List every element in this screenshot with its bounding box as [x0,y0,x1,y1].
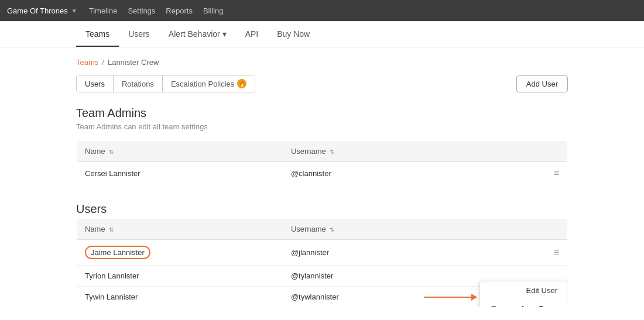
user-menu-icon-jaime[interactable]: ≡ [528,240,567,266]
tab-users[interactable]: Users [77,75,114,92]
tabs-row: Users Rotations Escalation Policies 🔥 Ad… [76,75,568,92]
main-content: Teams / Lannister Crew Users Rotations E… [0,47,644,320]
app-name: Game Of Thrones [7,6,68,15]
user-username-cell-jaime: @jlannister [283,240,529,266]
user-name-cell-tyrion: Tyrion Lannister [77,266,283,287]
breadcrumb-current: Lannister Crew [108,58,159,67]
admin-col-name: Name ⇅ [77,141,283,162]
table-row: Tywin Lannister @tywlannister Edit User [77,287,568,308]
context-menu-edit-user[interactable]: Edit User [480,281,567,300]
app-chevron-icon: ▼ [71,8,77,14]
subnav-alert-behavior[interactable]: Alert Behavior ▾ [159,21,236,47]
user-menu-icon-tywin: Edit User Remove from Team Make Team Adm… [528,287,567,308]
app-selector[interactable]: Game Of Thrones ▼ [7,6,77,15]
fire-icon: 🔥 [237,79,246,88]
user-username-sort-icon[interactable]: ⇅ [330,226,334,233]
breadcrumb: Teams / Lannister Crew [76,58,568,67]
user-circled-highlight: Jaime Lannister [85,246,150,259]
users-table-wrapper: Name ⇅ Username ⇅ Jaime Lannister @ [76,218,568,308]
tab-escalation-policies[interactable]: Escalation Policies 🔥 [163,75,255,92]
tab-rotations[interactable]: Rotations [114,75,163,92]
arrow-indicator [424,297,477,298]
admin-col-action [528,141,567,162]
nav-timeline[interactable]: Timeline [89,6,118,15]
team-admins-table: Name ⇅ Username ⇅ Cersei Lannister @clan… [76,140,568,185]
admin-name-cell: Cersei Lannister [77,162,283,185]
arrow-head-icon [471,294,477,301]
nav-reports[interactable]: Reports [166,6,193,15]
breadcrumb-parent-link[interactable]: Teams [76,58,98,67]
breadcrumb-separator: / [102,58,104,67]
top-bar: Game Of Thrones ▼ Timeline Settings Repo… [0,0,644,21]
team-admins-subtitle: Team Admins can edit all team settings [76,122,568,131]
context-menu: Edit User Remove from Team Make Team Adm… [479,281,567,308]
team-admins-title: Team Admins [76,106,568,120]
subnav-buy-now[interactable]: Buy Now [268,21,319,47]
top-nav: Timeline Settings Reports Billing [89,6,224,15]
name-sort-icon[interactable]: ⇅ [109,149,114,155]
nav-billing[interactable]: Billing [203,6,224,15]
subnav-teams[interactable]: Teams [76,21,119,47]
username-sort-icon[interactable]: ⇅ [330,149,334,155]
context-menu-remove-from-team[interactable]: Remove from Team [480,300,567,308]
user-name-cell-tywin: Tywin Lannister [77,287,283,308]
sub-nav: Teams Users Alert Behavior ▾ API Buy Now [0,21,644,47]
user-name-sort-icon[interactable]: ⇅ [109,226,114,233]
user-col-username: Username ⇅ [283,219,529,240]
add-user-button[interactable]: Add User [516,75,568,92]
arrow-line [424,297,477,298]
user-name-cell-jaime: Jaime Lannister [77,240,283,266]
subnav-api[interactable]: API [236,21,268,47]
user-col-action [528,219,567,240]
subnav-users[interactable]: Users [119,21,159,47]
table-row: Cersei Lannister @clannister ≡ [77,162,568,185]
table-row: Jaime Lannister @jlannister ≡ [77,240,568,266]
admin-menu-icon[interactable]: ≡ [528,162,567,185]
admin-col-username: Username ⇅ [283,141,529,162]
tab-group: Users Rotations Escalation Policies 🔥 [76,75,255,92]
nav-settings[interactable]: Settings [128,6,155,15]
admin-username-cell: @clannister [283,162,529,185]
user-col-name: Name ⇅ [77,219,283,240]
users-title: Users [76,202,568,216]
users-table: Name ⇅ Username ⇅ Jaime Lannister @ [76,218,568,308]
